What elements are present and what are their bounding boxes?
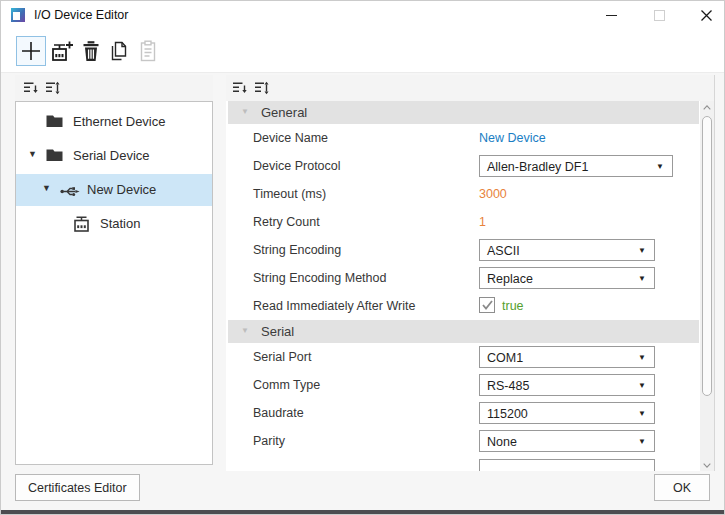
- property-row-device-name: Device Name New Device: [226, 124, 714, 152]
- retry-count-value[interactable]: 1: [479, 215, 486, 229]
- read-after-write-value: true: [502, 299, 524, 313]
- collapse-all-icon[interactable]: [231, 80, 249, 96]
- copy-icon: [109, 40, 129, 62]
- tree-item-label: Station: [100, 216, 140, 231]
- add-device-button[interactable]: [16, 36, 46, 66]
- chevron-down-icon: ▼: [638, 410, 646, 418]
- chevron-down-icon: ▼: [638, 247, 646, 255]
- paste-icon: [139, 40, 157, 62]
- dropdown-value: COM1: [487, 351, 523, 365]
- io-device-editor-window: I/O Device Editor: [0, 0, 725, 515]
- timeout-value[interactable]: 3000: [479, 187, 507, 201]
- paste-button[interactable]: [133, 36, 163, 66]
- property-label: String Encoding Method: [253, 271, 386, 285]
- footer: Certificates Editor OK: [1, 471, 724, 511]
- vertical-scrollbar[interactable]: [700, 101, 714, 471]
- ok-button[interactable]: OK: [654, 474, 710, 501]
- copy-button[interactable]: [104, 36, 134, 66]
- maximize-icon: [654, 10, 665, 21]
- close-icon: [700, 9, 713, 22]
- device-tree: Ethernet Device ▼ Serial Device ▼: [15, 101, 213, 465]
- tree-item-label: New Device: [87, 182, 156, 197]
- read-after-write-checkbox[interactable]: [479, 297, 495, 313]
- dropdown-value: RS-485: [487, 379, 529, 393]
- property-row-device-protocol: Device Protocol Allen-Bradley DF1 ▼: [226, 152, 714, 180]
- scroll-down-button[interactable]: [700, 459, 714, 471]
- delete-button[interactable]: [76, 36, 106, 66]
- tree-item-ethernet-device[interactable]: Ethernet Device: [16, 106, 212, 138]
- close-button[interactable]: [691, 1, 721, 29]
- parity-dropdown[interactable]: None ▼: [479, 430, 655, 452]
- minimize-button[interactable]: [596, 1, 626, 29]
- baudrate-dropdown[interactable]: 115200 ▼: [479, 402, 655, 424]
- property-row-baudrate: Baudrate 115200 ▼: [226, 399, 714, 427]
- section-title: Serial: [261, 324, 294, 339]
- trash-icon: [81, 40, 101, 62]
- property-row-read-after-write: Read Immediately After Write true: [226, 292, 714, 320]
- scroll-up-button[interactable]: [700, 101, 714, 113]
- property-row-parity: Parity None ▼: [226, 427, 714, 455]
- titlebar: I/O Device Editor: [1, 1, 724, 29]
- property-row-serial-port: Serial Port COM1 ▼: [226, 343, 714, 371]
- section-collapse-icon: ▼: [241, 327, 249, 335]
- property-label: Read Immediately After Write: [253, 299, 415, 313]
- property-label: Device Protocol: [253, 159, 341, 173]
- property-row-string-encoding: String Encoding ASCII ▼: [226, 236, 714, 264]
- collapse-all-icon[interactable]: [22, 80, 40, 96]
- chevron-down-icon: ▼: [638, 382, 646, 390]
- section-header-serial[interactable]: ▼ Serial: [228, 320, 699, 343]
- app-icon: [11, 8, 25, 22]
- property-grid: ▼ General Device Name New Device Device …: [226, 101, 714, 471]
- chevron-down-icon: ▼: [638, 354, 646, 362]
- chevron-down-icon: ▼: [656, 163, 664, 171]
- chevron-down-icon[interactable]: ▼: [28, 150, 37, 159]
- string-encoding-method-dropdown[interactable]: Replace ▼: [479, 267, 655, 289]
- property-row-timeout: Timeout (ms) 3000: [226, 180, 714, 208]
- tree-panel-toolbar: [15, 75, 213, 101]
- plus-icon: [20, 40, 42, 62]
- serial-port-dropdown[interactable]: COM1 ▼: [479, 346, 655, 368]
- comm-type-dropdown[interactable]: RS-485 ▼: [479, 374, 655, 396]
- tree-item-station[interactable]: Station: [16, 208, 212, 240]
- property-label: Timeout (ms): [253, 187, 326, 201]
- tree-item-label: Ethernet Device: [73, 114, 166, 129]
- station-add-icon: [51, 40, 74, 62]
- property-panel: ▼ General Device Name New Device Device …: [226, 75, 715, 471]
- property-label: Retry Count: [253, 215, 320, 229]
- chevron-down-icon: [703, 463, 711, 468]
- scrollbar-thumb[interactable]: [702, 116, 712, 396]
- section-header-general[interactable]: ▼ General: [228, 101, 699, 124]
- usb-device-icon: [60, 184, 80, 202]
- device-name-value[interactable]: New Device: [479, 131, 546, 145]
- dropdown-value: ASCII: [487, 244, 520, 258]
- dropdown-value: Allen-Bradley DF1: [487, 160, 588, 174]
- property-label: String Encoding: [253, 243, 341, 257]
- tree-item-new-device[interactable]: ▼ New Device: [16, 174, 212, 206]
- maximize-button[interactable]: [644, 1, 674, 29]
- property-label: Serial Port: [253, 350, 311, 364]
- property-label: Device Name: [253, 131, 328, 145]
- add-station-button[interactable]: [47, 36, 77, 66]
- tree-item-serial-device[interactable]: ▼ Serial Device: [16, 140, 212, 172]
- chevron-down-icon[interactable]: ▼: [42, 184, 51, 193]
- expand-all-icon[interactable]: [44, 80, 62, 96]
- property-label: Comm Type: [253, 378, 320, 392]
- partial-dropdown[interactable]: [479, 459, 655, 471]
- chevron-down-icon: ▼: [638, 438, 646, 446]
- property-label: Parity: [253, 434, 285, 448]
- certificates-editor-button[interactable]: Certificates Editor: [15, 474, 140, 501]
- chevron-up-icon: [703, 105, 711, 110]
- expand-all-icon[interactable]: [253, 80, 271, 96]
- dropdown-value: Replace: [487, 272, 533, 286]
- property-row-retry-count: Retry Count 1: [226, 208, 714, 236]
- station-icon: [73, 215, 90, 236]
- device-protocol-dropdown[interactable]: Allen-Bradley DF1 ▼: [479, 155, 673, 177]
- section-collapse-icon: ▼: [241, 108, 249, 116]
- string-encoding-dropdown[interactable]: ASCII ▼: [479, 239, 655, 261]
- minimize-icon: [606, 15, 617, 16]
- folder-icon: [46, 148, 63, 166]
- window-title: I/O Device Editor: [34, 8, 128, 22]
- chevron-down-icon: ▼: [638, 275, 646, 283]
- property-row-string-encoding-method: String Encoding Method Replace ▼: [226, 264, 714, 292]
- property-panel-toolbar: [226, 75, 714, 101]
